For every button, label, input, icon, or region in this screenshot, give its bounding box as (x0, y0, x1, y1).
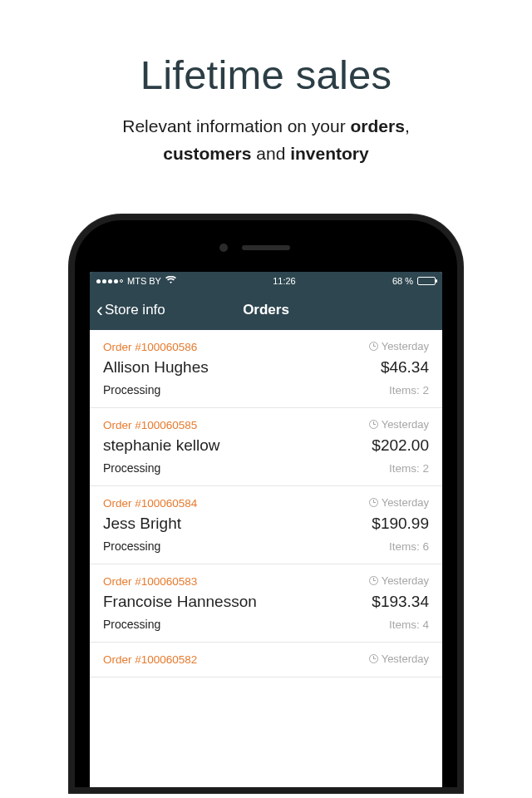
chevron-left-icon: ‹ (96, 300, 103, 320)
hero-sub-text3: and (251, 144, 290, 163)
clock-icon (369, 342, 378, 351)
order-row[interactable]: Order #100060582Yesterday (90, 643, 442, 677)
back-label: Store info (105, 302, 165, 318)
clock-icon (369, 420, 378, 429)
order-date: Yesterday (369, 574, 429, 587)
order-number: Order #100060586 (103, 341, 197, 353)
customer-name: Francoise Hannesson (103, 593, 257, 611)
order-number: Order #100060584 (103, 497, 197, 510)
hero-sub-text: Relevant information on your (122, 116, 350, 135)
hero-subtitle: Relevant information on your orders, cus… (0, 113, 532, 167)
order-date: Yesterday (369, 496, 429, 509)
hero-sub-bold-customers: customers (163, 144, 251, 163)
order-date: Yesterday (369, 653, 429, 665)
back-button[interactable]: ‹ Store info (96, 300, 165, 320)
status-left: MTS BY (96, 276, 176, 286)
order-number: Order #100060582 (103, 653, 197, 666)
phone-screen: MTS BY 11:26 68 % ‹ Store info (90, 272, 442, 787)
hero-section: Lifetime sales Relevant information on y… (0, 0, 532, 192)
order-status: Processing (103, 618, 160, 631)
hero-sub-bold-inventory: inventory (290, 144, 369, 163)
order-amount: $202.00 (372, 436, 429, 455)
hero-sub-bold-orders: orders (351, 116, 405, 135)
order-items-count: Items: 4 (389, 618, 429, 631)
hero-title: Lifetime sales (0, 52, 532, 98)
phone-frame-outer: MTS BY 11:26 68 % ‹ Store info (68, 214, 464, 794)
nav-bar: ‹ Store info Orders (90, 290, 442, 330)
order-status: Processing (103, 383, 160, 397)
customer-name: Allison Hughes (103, 358, 209, 377)
status-bar: MTS BY 11:26 68 % (90, 272, 442, 290)
clock-icon (369, 654, 378, 663)
order-status: Processing (103, 539, 160, 553)
order-date: Yesterday (369, 418, 429, 431)
clock-icon (369, 576, 378, 585)
order-amount: $193.34 (372, 593, 429, 611)
order-items-count: Items: 2 (389, 384, 429, 397)
order-items-count: Items: 2 (389, 462, 429, 475)
order-row[interactable]: Order #100060586YesterdayAllison Hughes$… (90, 330, 442, 408)
phone-mockup: MTS BY 11:26 68 % ‹ Store info (0, 214, 532, 794)
status-time: 11:26 (273, 276, 296, 286)
phone-camera (219, 244, 228, 252)
wifi-icon (165, 276, 176, 286)
order-amount: $190.99 (372, 515, 429, 533)
phone-frame-inner: MTS BY 11:26 68 % ‹ Store info (75, 220, 457, 787)
carrier-label: MTS BY (127, 276, 161, 286)
order-row[interactable]: Order #100060583YesterdayFrancoise Hanne… (90, 564, 442, 643)
order-amount: $46.34 (381, 358, 429, 377)
order-number: Order #100060585 (103, 419, 197, 431)
signal-dots-icon (96, 279, 123, 283)
status-right: 68 % (392, 276, 436, 286)
clock-icon (369, 498, 378, 507)
battery-percent: 68 % (392, 276, 413, 286)
order-items-count: Items: 6 (389, 540, 429, 553)
battery-icon (417, 277, 436, 285)
order-number: Order #100060583 (103, 575, 197, 588)
nav-title: Orders (243, 302, 289, 318)
order-date: Yesterday (369, 340, 429, 352)
order-row[interactable]: Order #100060584YesterdayJess Bright$190… (90, 486, 442, 564)
order-status: Processing (103, 461, 160, 475)
hero-sub-text2: , (405, 116, 410, 135)
customer-name: Jess Bright (103, 515, 181, 533)
customer-name: stephanie kellow (103, 436, 219, 455)
phone-speaker (242, 245, 290, 250)
orders-list[interactable]: Order #100060586YesterdayAllison Hughes$… (90, 330, 442, 677)
order-row[interactable]: Order #100060585Yesterdaystephanie kello… (90, 408, 442, 486)
